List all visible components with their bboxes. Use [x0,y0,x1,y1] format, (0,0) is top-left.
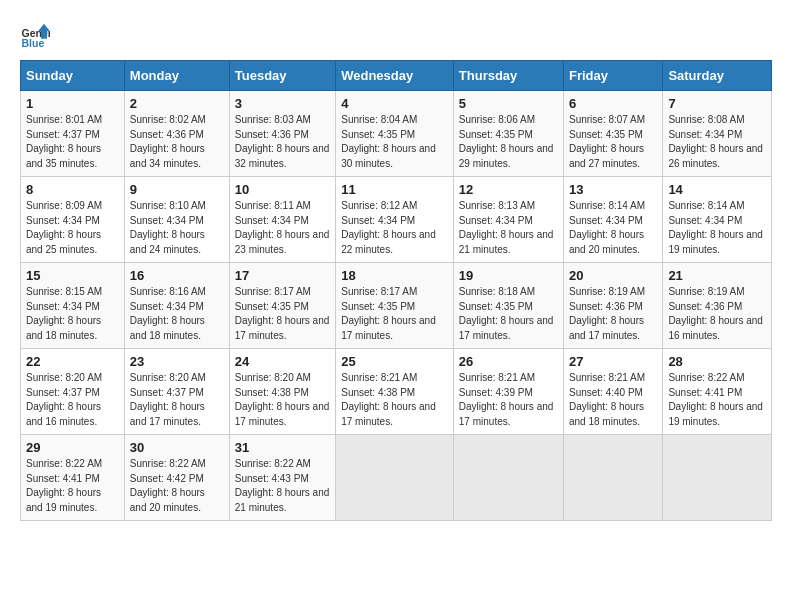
calendar-header-row: SundayMondayTuesdayWednesdayThursdayFrid… [21,61,772,91]
day-number: 21 [668,268,766,283]
calendar-cell: 11 Sunrise: 8:12 AMSunset: 4:34 PMDaylig… [336,177,454,263]
calendar-week-4: 22 Sunrise: 8:20 AMSunset: 4:37 PMDaylig… [21,349,772,435]
calendar-cell: 31 Sunrise: 8:22 AMSunset: 4:43 PMDaylig… [229,435,335,521]
calendar-cell: 20 Sunrise: 8:19 AMSunset: 4:36 PMDaylig… [563,263,662,349]
day-number: 29 [26,440,119,455]
col-header-sunday: Sunday [21,61,125,91]
calendar-cell: 24 Sunrise: 8:20 AMSunset: 4:38 PMDaylig… [229,349,335,435]
col-header-monday: Monday [124,61,229,91]
day-info: Sunrise: 8:17 AMSunset: 4:35 PMDaylight:… [235,286,330,341]
day-number: 16 [130,268,224,283]
page-header: General Blue [20,20,772,50]
logo: General Blue [20,20,50,50]
day-info: Sunrise: 8:07 AMSunset: 4:35 PMDaylight:… [569,114,645,169]
day-info: Sunrise: 8:20 AMSunset: 4:38 PMDaylight:… [235,372,330,427]
calendar-cell: 13 Sunrise: 8:14 AMSunset: 4:34 PMDaylig… [563,177,662,263]
day-info: Sunrise: 8:20 AMSunset: 4:37 PMDaylight:… [26,372,102,427]
calendar-cell [663,435,772,521]
calendar-table: SundayMondayTuesdayWednesdayThursdayFrid… [20,60,772,521]
day-number: 14 [668,182,766,197]
calendar-cell: 6 Sunrise: 8:07 AMSunset: 4:35 PMDayligh… [563,91,662,177]
day-info: Sunrise: 8:15 AMSunset: 4:34 PMDaylight:… [26,286,102,341]
calendar-cell: 8 Sunrise: 8:09 AMSunset: 4:34 PMDayligh… [21,177,125,263]
calendar-cell: 15 Sunrise: 8:15 AMSunset: 4:34 PMDaylig… [21,263,125,349]
calendar-cell: 30 Sunrise: 8:22 AMSunset: 4:42 PMDaylig… [124,435,229,521]
day-number: 28 [668,354,766,369]
day-number: 5 [459,96,558,111]
calendar-cell: 4 Sunrise: 8:04 AMSunset: 4:35 PMDayligh… [336,91,454,177]
day-number: 24 [235,354,330,369]
day-number: 15 [26,268,119,283]
day-number: 20 [569,268,657,283]
calendar-cell: 22 Sunrise: 8:20 AMSunset: 4:37 PMDaylig… [21,349,125,435]
calendar-cell: 10 Sunrise: 8:11 AMSunset: 4:34 PMDaylig… [229,177,335,263]
calendar-cell: 18 Sunrise: 8:17 AMSunset: 4:35 PMDaylig… [336,263,454,349]
day-number: 26 [459,354,558,369]
day-number: 31 [235,440,330,455]
day-info: Sunrise: 8:22 AMSunset: 4:42 PMDaylight:… [130,458,206,513]
day-number: 10 [235,182,330,197]
calendar-week-2: 8 Sunrise: 8:09 AMSunset: 4:34 PMDayligh… [21,177,772,263]
col-header-wednesday: Wednesday [336,61,454,91]
day-info: Sunrise: 8:08 AMSunset: 4:34 PMDaylight:… [668,114,763,169]
calendar-cell: 9 Sunrise: 8:10 AMSunset: 4:34 PMDayligh… [124,177,229,263]
day-info: Sunrise: 8:14 AMSunset: 4:34 PMDaylight:… [668,200,763,255]
calendar-cell: 26 Sunrise: 8:21 AMSunset: 4:39 PMDaylig… [453,349,563,435]
day-info: Sunrise: 8:19 AMSunset: 4:36 PMDaylight:… [668,286,763,341]
day-number: 9 [130,182,224,197]
day-number: 30 [130,440,224,455]
day-info: Sunrise: 8:16 AMSunset: 4:34 PMDaylight:… [130,286,206,341]
calendar-cell: 1 Sunrise: 8:01 AMSunset: 4:37 PMDayligh… [21,91,125,177]
day-info: Sunrise: 8:22 AMSunset: 4:41 PMDaylight:… [26,458,102,513]
day-number: 18 [341,268,448,283]
calendar-cell: 25 Sunrise: 8:21 AMSunset: 4:38 PMDaylig… [336,349,454,435]
calendar-week-1: 1 Sunrise: 8:01 AMSunset: 4:37 PMDayligh… [21,91,772,177]
day-info: Sunrise: 8:11 AMSunset: 4:34 PMDaylight:… [235,200,330,255]
day-info: Sunrise: 8:14 AMSunset: 4:34 PMDaylight:… [569,200,645,255]
day-info: Sunrise: 8:10 AMSunset: 4:34 PMDaylight:… [130,200,206,255]
calendar-cell [563,435,662,521]
calendar-week-5: 29 Sunrise: 8:22 AMSunset: 4:41 PMDaylig… [21,435,772,521]
calendar-cell: 14 Sunrise: 8:14 AMSunset: 4:34 PMDaylig… [663,177,772,263]
day-number: 17 [235,268,330,283]
day-info: Sunrise: 8:02 AMSunset: 4:36 PMDaylight:… [130,114,206,169]
calendar-cell: 28 Sunrise: 8:22 AMSunset: 4:41 PMDaylig… [663,349,772,435]
day-number: 4 [341,96,448,111]
day-info: Sunrise: 8:18 AMSunset: 4:35 PMDaylight:… [459,286,554,341]
day-number: 25 [341,354,448,369]
calendar-cell: 16 Sunrise: 8:16 AMSunset: 4:34 PMDaylig… [124,263,229,349]
day-info: Sunrise: 8:04 AMSunset: 4:35 PMDaylight:… [341,114,436,169]
col-header-tuesday: Tuesday [229,61,335,91]
calendar-cell: 19 Sunrise: 8:18 AMSunset: 4:35 PMDaylig… [453,263,563,349]
day-info: Sunrise: 8:19 AMSunset: 4:36 PMDaylight:… [569,286,645,341]
day-info: Sunrise: 8:17 AMSunset: 4:35 PMDaylight:… [341,286,436,341]
calendar-cell: 27 Sunrise: 8:21 AMSunset: 4:40 PMDaylig… [563,349,662,435]
calendar-cell: 23 Sunrise: 8:20 AMSunset: 4:37 PMDaylig… [124,349,229,435]
calendar-cell: 7 Sunrise: 8:08 AMSunset: 4:34 PMDayligh… [663,91,772,177]
day-info: Sunrise: 8:21 AMSunset: 4:40 PMDaylight:… [569,372,645,427]
day-info: Sunrise: 8:03 AMSunset: 4:36 PMDaylight:… [235,114,330,169]
day-number: 13 [569,182,657,197]
day-info: Sunrise: 8:20 AMSunset: 4:37 PMDaylight:… [130,372,206,427]
day-number: 11 [341,182,448,197]
col-header-thursday: Thursday [453,61,563,91]
day-number: 12 [459,182,558,197]
day-number: 27 [569,354,657,369]
calendar-cell: 5 Sunrise: 8:06 AMSunset: 4:35 PMDayligh… [453,91,563,177]
day-number: 7 [668,96,766,111]
day-info: Sunrise: 8:13 AMSunset: 4:34 PMDaylight:… [459,200,554,255]
calendar-week-3: 15 Sunrise: 8:15 AMSunset: 4:34 PMDaylig… [21,263,772,349]
day-info: Sunrise: 8:09 AMSunset: 4:34 PMDaylight:… [26,200,102,255]
calendar-cell: 21 Sunrise: 8:19 AMSunset: 4:36 PMDaylig… [663,263,772,349]
logo-icon: General Blue [20,20,50,50]
calendar-cell: 17 Sunrise: 8:17 AMSunset: 4:35 PMDaylig… [229,263,335,349]
day-number: 3 [235,96,330,111]
col-header-saturday: Saturday [663,61,772,91]
day-number: 23 [130,354,224,369]
day-info: Sunrise: 8:21 AMSunset: 4:39 PMDaylight:… [459,372,554,427]
svg-text:Blue: Blue [22,37,45,49]
day-number: 22 [26,354,119,369]
calendar-cell [453,435,563,521]
calendar-cell [336,435,454,521]
day-info: Sunrise: 8:21 AMSunset: 4:38 PMDaylight:… [341,372,436,427]
